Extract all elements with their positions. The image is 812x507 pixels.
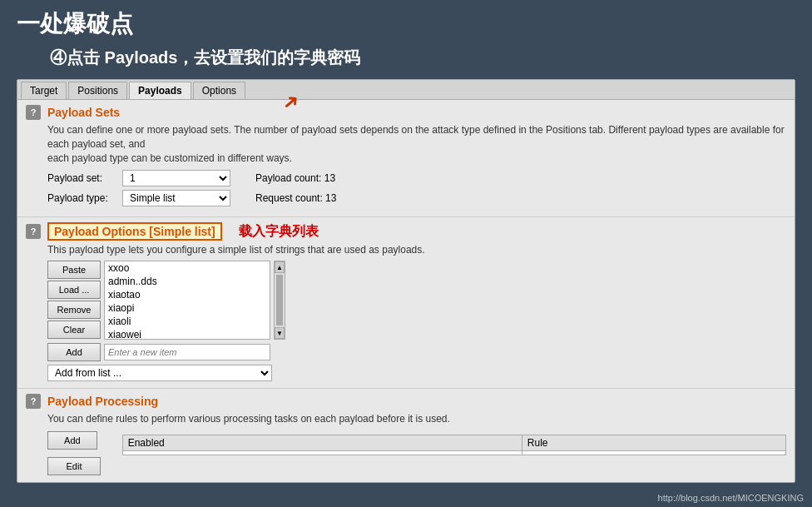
payload-sets-desc: You can define one or more payload sets.… (47, 123, 786, 165)
tab-bar: Target Positions Payloads Options (17, 80, 795, 100)
request-count-info: Request count: 13 (255, 192, 336, 204)
help-icon-options[interactable]: ? (26, 224, 41, 239)
col-rule: Rule (522, 435, 785, 451)
scrollbar[interactable]: ▲ ▼ (274, 261, 285, 340)
remove-button[interactable]: Remove (47, 301, 101, 319)
payload-list-box[interactable]: xxoo admin..dds xiaotao xiaopi xiaoli xi… (104, 261, 270, 340)
payload-count-info: Payload count: 13 (255, 172, 335, 184)
payload-options-title: Payload Options [Simple list] (47, 222, 222, 241)
payload-sets-header: ? Payload Sets (26, 105, 786, 120)
processing-table: Enabled Rule (122, 435, 786, 455)
dict-label: 载入字典列表 (239, 223, 319, 241)
col-enabled: Enabled (122, 435, 522, 451)
help-icon-processing[interactable]: ? (26, 394, 41, 409)
tab-options[interactable]: Options (193, 82, 245, 99)
list-item[interactable]: xiaowei (105, 328, 270, 340)
payload-set-row: Payload set: 1 Payload count: 13 (47, 170, 786, 186)
payload-processing-desc: You can define rules to perform various … (47, 412, 786, 426)
payload-options-desc: This payload type lets you configure a s… (47, 244, 786, 256)
list-item[interactable]: admin..dds (105, 275, 270, 288)
payload-type-select[interactable]: Simple list (122, 190, 230, 206)
list-item[interactable]: xiaotao (105, 288, 270, 301)
scroll-down[interactable]: ▼ (275, 327, 285, 339)
processing-table-empty-row (122, 451, 785, 455)
payload-processing-title: Payload Processing (47, 395, 158, 408)
load-button[interactable]: Load ... (47, 281, 101, 299)
add-from-row: Add from list ... (47, 365, 786, 381)
list-item[interactable]: xxoo (105, 261, 270, 275)
subtitle: ④点击 Payloads，去设置我们的字典密码 (0, 43, 812, 79)
paste-button[interactable]: Paste (47, 261, 101, 279)
payload-type-label: Payload type: (47, 192, 122, 204)
scroll-up[interactable]: ▲ (275, 261, 285, 273)
add-from-select[interactable]: Add from list ... (47, 365, 272, 381)
page-title: 一处爆破点 (0, 0, 812, 43)
payload-set-label: Payload set: (47, 172, 122, 184)
tab-payloads[interactable]: Payloads (129, 82, 191, 99)
help-icon-sets[interactable]: ? (26, 105, 41, 120)
payload-type-row: Payload type: Simple list Request count:… (47, 190, 786, 206)
list-item[interactable]: xiaopi (105, 301, 270, 315)
list-item[interactable]: xiaoli (105, 315, 270, 328)
tab-positions[interactable]: Positions (68, 82, 127, 99)
add-row: Add (47, 343, 786, 361)
payload-sets-section: ? Payload Sets You can define one or mor… (17, 100, 795, 217)
payload-list-area: Paste Load ... Remove Clear xxoo admin..… (47, 261, 786, 340)
processing-add-button[interactable]: Add (47, 431, 97, 450)
processing-edit-button[interactable]: Edit (47, 457, 101, 475)
payload-options-section: ? Payload Options [Simple list] 载入字典列表 T… (17, 217, 795, 389)
payload-options-header: ? Payload Options [Simple list] 载入字典列表 (26, 222, 786, 241)
payload-set-select[interactable]: 1 (122, 170, 230, 186)
add-button[interactable]: Add (47, 343, 101, 361)
processing-btn-row: Add Enabled Rule (47, 431, 786, 455)
clear-button[interactable]: Clear (47, 321, 101, 339)
add-input[interactable] (104, 344, 270, 360)
tab-target[interactable]: Target (21, 82, 67, 99)
scroll-thumb (276, 275, 283, 326)
payload-processing-header: ? Payload Processing (26, 394, 786, 409)
payload-sets-title: Payload Sets (47, 106, 120, 119)
watermark: http://blog.csdn.net/MICOENGKING (658, 493, 804, 503)
payload-processing-section: ? Payload Processing You can define rule… (17, 389, 795, 482)
payload-btn-col: Paste Load ... Remove Clear (47, 261, 101, 340)
main-panel: Target Positions Payloads Options ? Payl… (17, 79, 795, 483)
processing-edit-row: Edit (47, 457, 786, 475)
